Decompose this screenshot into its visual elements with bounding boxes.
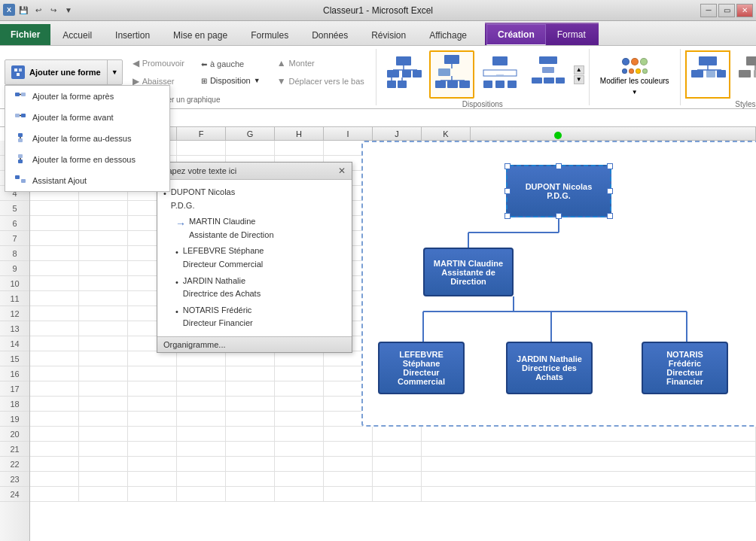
text-notaris-name: NOTARIS Frédéric: [183, 304, 253, 318]
dropdown-add-before[interactable]: Ajouter la forme avant: [5, 107, 169, 128]
cell-h1[interactable]: [275, 141, 324, 156]
row-15[interactable]: 15: [0, 351, 29, 366]
handle-tm[interactable]: [556, 163, 562, 169]
row-22[interactable]: 22: [0, 457, 29, 472]
handle-bl[interactable]: [505, 213, 511, 219]
shape-below-icon: [14, 153, 26, 166]
layout-scroll-down[interactable]: ▼: [574, 75, 584, 84]
dropdown-quick-btn[interactable]: ▼: [62, 4, 75, 16]
row-13[interactable]: 13: [0, 321, 29, 336]
disposition-btn[interactable]: ⊞ Disposition ▼: [194, 73, 267, 88]
col-header-f[interactable]: F: [177, 127, 226, 140]
tab-format[interactable]: Format: [547, 24, 596, 45]
layout-scroll[interactable]: ▲ ▼: [574, 65, 584, 84]
restore-btn[interactable]: ▭: [718, 4, 735, 17]
tab-insertion[interactable]: Insertion: [104, 24, 161, 45]
org-node-child3[interactable]: NOTARIS Frédéric Directeur Financier: [642, 342, 728, 394]
tab-revision[interactable]: Révision: [360, 24, 417, 45]
add-shape-split-btn[interactable]: Ajouter une forme ▼: [5, 59, 123, 85]
row-24[interactable]: 24: [0, 487, 29, 502]
dropdown-add-above[interactable]: Ajouter la forme au-dessus: [5, 128, 169, 149]
redo-quick-btn[interactable]: ↪: [47, 4, 60, 16]
tab-mise-en-page[interactable]: Mise en page: [162, 24, 239, 45]
row-5[interactable]: 5: [0, 201, 29, 216]
text-panel-title: Tapez votre texte ici: [163, 166, 236, 175]
tab-donnees[interactable]: Données: [300, 24, 359, 45]
color-dot-2: [629, 68, 634, 74]
row-21[interactable]: 21: [0, 442, 29, 457]
layout-item-4[interactable]: [526, 50, 571, 99]
add-shape-main[interactable]: Ajouter une forme: [5, 60, 108, 84]
tab-fichier[interactable]: Fichier: [0, 24, 50, 45]
org-node-child2[interactable]: JARDIN Nathalie Directrice des Achats: [506, 342, 593, 394]
org-node-assistant[interactable]: MARTIN Claudine Assistante de Direction: [423, 248, 514, 296]
col-header-h[interactable]: H: [275, 127, 324, 140]
handle-br[interactable]: [607, 213, 613, 219]
svg-rect-16: [21, 179, 26, 183]
row-17[interactable]: 17: [0, 381, 29, 397]
layout-scroll-up[interactable]: ▲: [574, 65, 584, 74]
cell-g1[interactable]: [226, 141, 275, 156]
shape-after-icon: [14, 90, 26, 102]
row-19[interactable]: 19: [0, 412, 29, 427]
tab-accueil[interactable]: Accueil: [51, 24, 103, 45]
svg-rect-47: [542, 67, 554, 73]
save-quick-btn[interactable]: 💾: [17, 4, 30, 16]
row-16[interactable]: 16: [0, 366, 29, 381]
tab-creation[interactable]: Création: [486, 24, 546, 45]
svg-rect-3: [15, 93, 20, 96]
cell-f1[interactable]: [177, 141, 226, 156]
undo-quick-btn[interactable]: ↩: [32, 4, 45, 16]
layout-item-3[interactable]: ——: [477, 50, 523, 99]
row-9[interactable]: 9: [0, 261, 29, 276]
col-header-g[interactable]: G: [226, 127, 275, 140]
svg-text:——: ——: [496, 72, 504, 77]
org-child1-name: LEFEBVRE Stéphane: [386, 350, 457, 368]
row-18[interactable]: 18: [0, 397, 29, 412]
tab-formules[interactable]: Formules: [239, 24, 300, 45]
style-item-1[interactable]: [685, 50, 730, 99]
minimize-btn[interactable]: ─: [700, 4, 717, 17]
row-8[interactable]: 8: [0, 246, 29, 261]
layout-item-1[interactable]: [381, 50, 426, 99]
col-header-k[interactable]: K: [422, 127, 471, 140]
svg-rect-51: [699, 56, 717, 65]
org-node-root[interactable]: DUPONT Nicolas P.D.G.: [506, 165, 611, 217]
row-10[interactable]: 10: [0, 276, 29, 291]
col-header-i[interactable]: I: [324, 127, 373, 140]
col-header-j[interactable]: J: [373, 127, 422, 140]
excel-icon: X: [3, 4, 15, 16]
row-20[interactable]: 20: [0, 427, 29, 442]
add-shape-dropdown: Ajouter la forme après Ajouter la forme: [5, 85, 170, 192]
color-dot-1: [622, 68, 627, 74]
handle-bm[interactable]: [556, 213, 562, 219]
row-6[interactable]: 6: [0, 216, 29, 231]
style-item-2[interactable]: [733, 50, 756, 99]
row-11[interactable]: 11: [0, 291, 29, 306]
handle-ml[interactable]: [505, 188, 511, 194]
handle-mr[interactable]: [607, 188, 613, 194]
tab-affichage[interactable]: Affichage: [418, 24, 478, 45]
modifier-couleurs-btn[interactable]: Modifier les couleurs ▼: [594, 55, 675, 99]
handle-tl[interactable]: [505, 163, 511, 169]
text-panel-close-btn[interactable]: ✕: [338, 166, 346, 176]
row-23[interactable]: 23: [0, 472, 29, 487]
close-btn[interactable]: ✕: [736, 4, 753, 17]
org-chart[interactable]: DUPONT Nicolas P.D.G. MARTIN Claudine As…: [361, 141, 756, 427]
org-child3-name: NOTARIS Frédéric: [649, 350, 721, 368]
row-14[interactable]: 14: [0, 336, 29, 351]
layout-item-2[interactable]: [429, 50, 474, 99]
text-panel-header: Tapez votre texte ici ✕: [157, 163, 352, 180]
text-jardin-name: JARDIN Nathalie: [183, 275, 261, 288]
dropdown-assistant-label: Assistant Ajout: [32, 176, 87, 185]
dropdown-assistant[interactable]: Assistant Ajout: [5, 170, 169, 191]
dropdown-add-below[interactable]: Ajouter la forme en dessous: [5, 149, 169, 170]
org-node-child1[interactable]: LEFEBVRE Stéphane Directeur Commercial: [378, 342, 465, 394]
row-12[interactable]: 12: [0, 306, 29, 321]
text-item-lefebvre: • LEFEBVRE Stéphane Directeur Commercial: [175, 245, 346, 271]
add-shape-dropdown-btn[interactable]: ▼: [108, 60, 122, 84]
rotate-handle[interactable]: [554, 132, 562, 139]
row-7[interactable]: 7: [0, 231, 29, 246]
handle-tr[interactable]: [607, 163, 613, 169]
dropdown-add-after[interactable]: Ajouter la forme après: [5, 86, 169, 107]
